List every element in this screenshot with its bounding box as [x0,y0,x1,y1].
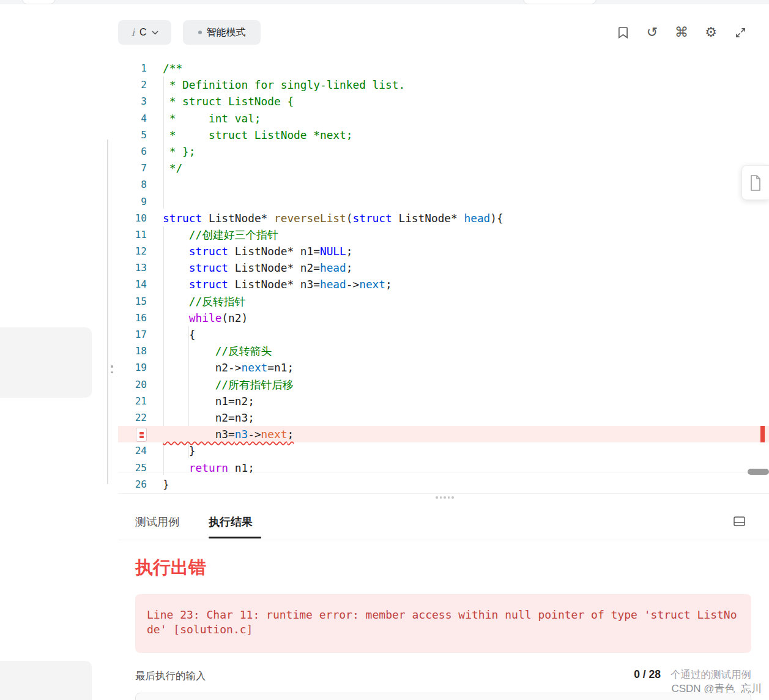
document-icon [749,174,762,192]
code-text: * struct ListNode { [147,93,294,110]
line-number: 1 [118,60,147,76]
line-number: 22 [118,409,147,426]
line-number: 5 [118,127,147,143]
line-number: 20 [118,376,147,393]
line-number: 15 [118,293,147,310]
left-panel-fragment [0,327,92,398]
code-line-1[interactable]: 1/** [118,60,769,76]
shortcuts-icon[interactable]: ⌘ [675,25,688,40]
code-line-15[interactable]: 15 //反转指针 [118,293,769,310]
code-text: n1=n2; [147,393,254,409]
line-number: 25 [118,460,147,476]
code-text: /** [147,60,182,76]
code-line-24[interactable]: 24 } [118,442,769,459]
line-number: 14 [118,276,147,292]
code-text: } [147,442,196,459]
code-line-21[interactable]: 21 n1=n2; [118,393,769,409]
code-line-17[interactable]: 17 { [118,326,769,343]
line-number: 12 [118,243,147,259]
splitter-handle-icon[interactable] [111,365,113,373]
code-text: * int val; [147,110,261,127]
code-text: while(n2) [147,310,248,326]
code-line-8[interactable]: 8 [118,176,769,193]
line-number: 2 [118,76,147,93]
smart-mode-label: 智能模式 [207,26,246,39]
code-editor[interactable]: 1/**2 * Definition for singly-linked lis… [118,55,769,493]
passed-count: 0 / 28 [634,668,661,681]
line-number: 24 [118,442,147,459]
fullscreen-icon[interactable] [734,25,746,40]
code-line-9[interactable]: 9 [118,193,769,210]
settings-gear-icon[interactable]: ⚙ [705,25,717,40]
reset-code-icon[interactable]: ↺ [646,25,658,40]
testcase-pass-summary: 0 / 28 个通过的测试用例 [634,668,751,682]
line-number: 17 [118,326,147,343]
run-status-title: 执行出错 [135,556,206,580]
code-line-16[interactable]: 16 while(n2) [118,310,769,326]
code-text: return n1; [147,460,254,476]
line-number: 6 [118,143,147,160]
splitter-handle-icon[interactable] [436,496,454,499]
code-line-20[interactable]: 20 //所有指针后移 [118,376,769,393]
code-text: } [147,476,169,493]
code-text: n2->next=n1; [147,359,294,376]
code-line-13[interactable]: 13 struct ListNode* n2=head; [118,259,769,276]
language-icon: i [132,26,135,39]
smart-mode-button[interactable]: 智能模式 [183,20,261,45]
editor-toolbar-icons: ↺ ⌘ ⚙ [617,20,746,45]
code-line-14[interactable]: 14 struct ListNode* n3=head->next; [118,276,769,292]
language-selector[interactable]: i C [118,20,171,45]
chevron-down-icon [152,31,158,35]
runtime-error-message: Line 23: Char 11: runtime error: member … [147,608,740,637]
tab-testcase[interactable]: 测试用例 [135,515,179,529]
code-line-23[interactable]: n3=n3->next; [118,426,769,442]
tabs-divider [118,540,769,540]
code-lines[interactable]: 1/**2 * Definition for singly-linked lis… [118,55,769,493]
error-gutter-badge [118,426,147,442]
line-number: 26 [118,476,147,493]
code-line-5[interactable]: 5 * struct ListNode *next; [118,127,769,143]
code-line-6[interactable]: 6 * }; [118,143,769,160]
code-text: * }; [147,143,196,160]
code-line-2[interactable]: 2 * Definition for singly-linked list. [118,76,769,93]
code-line-19[interactable]: 19 n2->next=n1; [118,359,769,376]
code-text: * Definition for singly-linked list. [147,76,405,93]
passed-count-suffix: 个通过的测试用例 [671,668,751,682]
code-line-26[interactable]: 26} [118,476,769,493]
code-text: n2=n3; [147,409,254,426]
line-number: 19 [118,359,147,376]
input-box-fragment[interactable] [135,693,751,700]
code-text: */ [147,160,182,176]
line-number: 4 [118,110,147,127]
code-line-18[interactable]: 18 //反转箭头 [118,343,769,359]
code-line-3[interactable]: 3 * struct ListNode { [118,93,769,110]
panel-splitter-vertical[interactable] [107,140,108,484]
top-strip [0,0,769,4]
code-line-10[interactable]: 10struct ListNode* reverseList(struct Li… [118,210,769,226]
bookmark-icon[interactable] [617,25,629,40]
code-text: struct ListNode* n3=head->next; [147,276,392,292]
line-number: 7 [118,160,147,176]
tab-run-result[interactable]: 执行结果 [209,515,253,529]
code-line-12[interactable]: 12 struct ListNode* n1=NULL; [118,243,769,259]
code-text: //反转指针 [147,293,245,310]
runtime-error-box: Line 23: Char 11: runtime error: member … [135,594,751,653]
code-line-4[interactable]: 4 * int val; [118,110,769,127]
code-line-25[interactable]: 25 return n1; [118,460,769,476]
horizontal-scrollbar-thumb[interactable] [748,469,769,475]
code-text: //创建好三个指针 [147,226,278,243]
code-line-11[interactable]: 11 //创建好三个指针 [118,226,769,243]
code-text: //反转箭头 [147,343,272,359]
code-text: //所有指针后移 [147,376,294,393]
code-line-7[interactable]: 7 */ [118,160,769,176]
last-input-label: 最后执行的输入 [135,669,206,683]
code-line-22[interactable]: 22 n2=n3; [118,409,769,426]
mode-status-dot [198,31,202,34]
code-text: struct ListNode* n1=NULL; [147,243,352,259]
line-number: 10 [118,210,147,226]
collapse-panel-icon[interactable] [734,516,745,529]
file-panel-button[interactable] [741,165,769,200]
code-workspace: i C 智能模式 ↺ ⌘ ⚙ 1/**2 * Definition for si… [0,0,769,700]
clipped-button-fragment-left [22,0,55,4]
line-number: 16 [118,310,147,326]
